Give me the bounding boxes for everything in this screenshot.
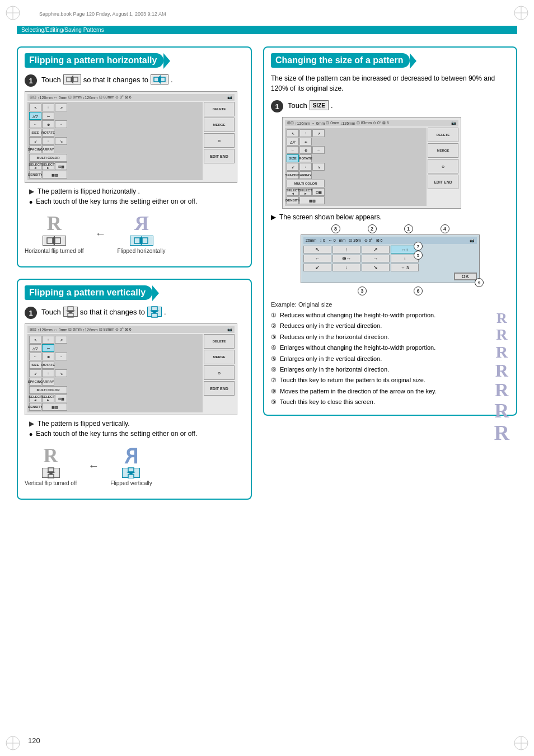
step1v-prefix: Touch <box>41 308 61 316</box>
svg-rect-17 <box>161 77 165 82</box>
size-button-icon: SIZE <box>310 100 329 110</box>
change-size-section: Changing the size of a pattern The size … <box>263 46 517 416</box>
svg-rect-18 <box>47 238 53 243</box>
left-column: Flipping a pattern horizontally 1 Touch <box>17 46 252 511</box>
step1-suffix: so that it changes to <box>83 76 148 84</box>
r-size-5: R <box>495 381 509 400</box>
flip-v-diagram-on: ꓤ Flipped vertically <box>110 445 152 486</box>
svg-rect-30 <box>48 468 54 472</box>
svg-rect-33 <box>128 468 134 472</box>
notes-container: ① Reduces without changing the height-to… <box>271 311 509 407</box>
note-7: ⑦ Touch this key to return the pattern t… <box>271 376 509 384</box>
letter-r-normal: R <box>47 213 62 233</box>
bullet-arrow-v1: ▶ <box>29 420 34 428</box>
step1s-prefix: Touch <box>288 101 307 110</box>
flip-h-diagram-off: R Horizontal flip turned off <box>25 213 83 254</box>
bullet-arrow-size: ▶ <box>271 213 276 221</box>
step1-text: Touch so that it changes to <box>41 74 173 84</box>
svg-rect-24 <box>68 307 73 311</box>
content-area: Flipping a pattern horizontally 1 Touch <box>17 46 517 511</box>
svg-rect-32 <box>48 475 54 478</box>
r-size-examples: R R R R R R R <box>494 311 509 443</box>
flip-h-icon-after <box>151 74 168 84</box>
flip-h-bullet1: The pattern is flipped horizontally . <box>38 187 140 195</box>
flip-v-bullet1: The pattern is flipped vertically. <box>38 420 130 428</box>
note-3: ③ Reduces only in the horizontal directi… <box>271 333 509 341</box>
callout-8: 8 <box>331 224 340 233</box>
note-4: ④ Enlarges without changing the height-t… <box>271 344 509 352</box>
callout-6: 6 <box>414 287 423 295</box>
r-size-3: R <box>495 344 508 360</box>
step1s-end: . <box>331 101 333 110</box>
change-size-description: The size of the pattern can be increased… <box>271 73 509 93</box>
page: Sapphire.book Page 120 Friday, August 1,… <box>0 0 534 756</box>
flip-h-off-label: Horizontal flip turned off <box>25 248 83 254</box>
bullet-arrow-1: ▶ <box>29 187 34 195</box>
flip-h-diagram-on: R Flipped horizontally <box>117 213 165 254</box>
svg-rect-21 <box>134 238 140 243</box>
svg-rect-35 <box>128 475 134 478</box>
step1s-circle: 1 <box>271 100 283 112</box>
svg-rect-23 <box>142 238 148 243</box>
letter-r-flipped-h: R <box>134 213 149 233</box>
svg-rect-14 <box>73 77 78 82</box>
flip-horizontal-section: Flipping a pattern horizontally 1 Touch <box>17 46 252 267</box>
change-size-title: Changing the size of a pattern <box>271 53 410 68</box>
flip-v-diagram: R Vertical flip turned off ← <box>25 445 244 486</box>
step1-prefix: Touch <box>41 76 61 84</box>
svg-marker-25 <box>65 311 76 313</box>
machine-screen-size: ⊞⊡↑126mm↔ 0mm⊡ 0mm ↕126mm⊡ 83mm⊙ 0°⊠ 6 📷… <box>282 117 461 209</box>
flip-horizontal-step1: 1 Touch so that it changes to <box>25 73 244 87</box>
size-screen-container: 8 2 1 4 26mm↕ 0↔ 0mm ⊡ 26m⊙ 0°⊠ 6 📷 <box>301 224 480 295</box>
flip-off-icon <box>43 236 66 246</box>
svg-marker-13 <box>71 75 73 84</box>
flip-h-bullet2: Each touch of the key turns the setting … <box>36 198 197 208</box>
bullet-dot-v1: • <box>29 430 32 440</box>
note-9: ⑨ Touch this key to close this screen. <box>271 398 509 406</box>
flip-v-icon-after <box>147 307 162 317</box>
machine-screen-v: ⊞⊡↑126mm↔ 0mm⊡ 0mm ↕126mm⊡ 83mm⊙ 0°⊠ 6 📷… <box>25 323 237 415</box>
letter-r-normal-v: R <box>44 445 58 466</box>
note-5: ⑤ Enlarges only in the vertical directio… <box>271 355 509 363</box>
flip-vertical-step1: 1 Touch so that it changes to <box>25 306 244 319</box>
callout-9-inline: 9 <box>475 278 484 287</box>
bullet-dot-1: • <box>29 198 32 208</box>
flip-vertical-title: Flipping a pattern vertically <box>25 285 152 300</box>
flip-v-on-label: Flipped vertically <box>110 480 152 486</box>
flip-v-off-label: Vertical flip turned off <box>25 480 77 486</box>
callout-5-inline: 5 <box>414 251 423 260</box>
r-size-2: R <box>496 327 507 342</box>
svg-rect-15 <box>154 77 158 82</box>
flip-v-arrow: ← <box>88 459 99 472</box>
flip-v-bullets: ▶ The pattern is flipped vertically. • E… <box>29 420 244 440</box>
flip-v-diagram-off: R Vertical flip turned off <box>25 445 77 486</box>
step1-circle: 1 <box>25 74 37 87</box>
section-bar: Selecting/Editing/Saving Patterns <box>17 26 517 34</box>
r-size-4: R <box>495 361 508 379</box>
note-8: ⑧ Moves the pattern in the direction of … <box>271 387 509 396</box>
corner-mark-tl <box>4 4 21 21</box>
flip-h-icon-before <box>63 74 81 84</box>
screen-appears-text: ▶ The screen shown below appears. <box>271 213 509 221</box>
machine-screen-h: ⊞⊡↑126mm↔ 0mm⊡ 0mm ↕126mm⊡ 83mm⊙ 0°⊠ 6 📷… <box>25 91 237 183</box>
flip-v-bullet2: Each touch of the key turns the setting … <box>36 430 197 440</box>
callout-1: 1 <box>404 224 413 233</box>
notes-list: ① Reduces without changing the height-to… <box>271 311 509 407</box>
flip-h-arrow: ← <box>95 227 106 240</box>
note-2: ② Reduces only in the vertical direction… <box>271 322 509 330</box>
page-number: 120 <box>28 736 40 745</box>
step1v-suffix: so that it changes to <box>80 308 145 316</box>
step1-end: . <box>171 76 173 84</box>
letter-r-flipped-v: ꓤ <box>124 445 138 466</box>
flip-horizontal-title: Flipping a pattern horizontally <box>25 53 163 68</box>
flip-h-diagram: R Horizontal flip turned off ← <box>25 213 244 254</box>
step1s-text: Touch SIZE . <box>288 100 333 110</box>
flip-h-on-label: Flipped horizontally <box>117 248 165 254</box>
flip-h-bullets: ▶ The pattern is flipped horizontally . … <box>29 187 244 208</box>
callout-4: 4 <box>441 224 449 233</box>
corner-mark-bl <box>4 735 21 752</box>
callout-2: 2 <box>368 224 377 233</box>
svg-rect-27 <box>152 307 157 311</box>
svg-rect-26 <box>68 313 73 317</box>
size-adjust-screen: 26mm↕ 0↔ 0mm ⊡ 26m⊙ 0°⊠ 6 📷 ↖ ↑ ↗ ↔↕ <box>301 234 480 283</box>
